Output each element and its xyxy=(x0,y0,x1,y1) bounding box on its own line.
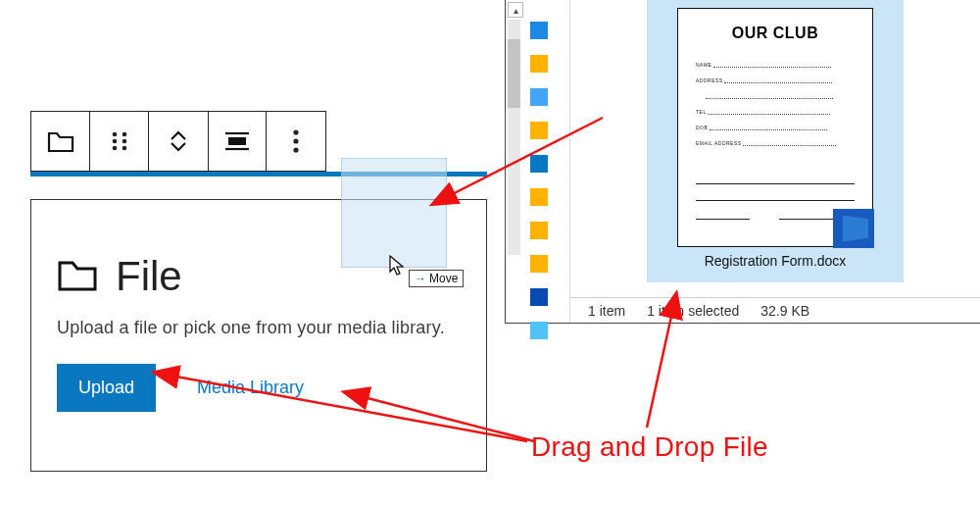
status-size: 32.9 KB xyxy=(760,303,809,319)
svg-point-11 xyxy=(293,147,298,152)
folder3-icon[interactable] xyxy=(530,122,548,139)
svg-point-1 xyxy=(122,132,126,137)
document-title: OUR CLUB xyxy=(696,25,855,42)
more-icon[interactable] xyxy=(267,112,325,171)
folder7-icon[interactable] xyxy=(530,255,548,273)
svg-point-2 xyxy=(112,139,117,144)
drag-ghost xyxy=(341,158,447,268)
file-name-label: Registration Form.docx xyxy=(705,253,847,269)
file-block-description: Upload a file or pick one from your medi… xyxy=(57,318,461,338)
svg-point-0 xyxy=(112,132,117,137)
arrow-right-icon: → xyxy=(415,272,426,285)
explorer-main[interactable]: OUR CLUB NAME ADDRESS TEL DOB EMAIL ADDR… xyxy=(570,0,980,323)
explorer-sidebar: ▴ xyxy=(506,0,570,323)
folder6-icon[interactable] xyxy=(530,222,548,239)
drag-handle-icon[interactable] xyxy=(90,112,149,171)
status-items: 1 item xyxy=(588,303,625,319)
word-app-icon xyxy=(833,209,874,248)
media-library-link[interactable]: Media Library xyxy=(197,378,304,398)
svg-point-5 xyxy=(122,146,126,151)
sidebar-icons xyxy=(530,22,569,339)
document-thumbnail: OUR CLUB NAME ADDRESS TEL DOB EMAIL ADDR… xyxy=(677,8,873,247)
onedrive-icon[interactable] xyxy=(530,288,548,306)
svg-rect-7 xyxy=(228,137,246,145)
file-block-actions: Upload Media Library xyxy=(57,364,461,412)
svg-point-9 xyxy=(293,129,298,134)
status-selected: 1 item selected xyxy=(647,303,739,319)
move-updown-icon[interactable] xyxy=(149,112,208,171)
file-icon xyxy=(57,254,98,299)
folder2-icon[interactable] xyxy=(530,88,548,106)
folder-icon[interactable] xyxy=(31,112,90,171)
thispc-icon[interactable] xyxy=(530,322,548,339)
file-block-title: File xyxy=(116,253,182,300)
file-explorer-window: ▴ OUR CLUB NAME ADDRESS TEL xyxy=(505,0,980,324)
svg-point-4 xyxy=(112,146,117,151)
document-form-preview: NAME ADDRESS TEL DOB EMAIL ADDRESS xyxy=(696,62,855,220)
block-toolbar xyxy=(30,111,326,172)
sidebar-scrollbar[interactable] xyxy=(508,20,520,255)
align-icon[interactable] xyxy=(208,112,267,171)
svg-point-10 xyxy=(293,138,298,143)
annotation-text: Drag and Drop File xyxy=(531,431,768,463)
scroll-up-icon[interactable]: ▴ xyxy=(508,2,523,18)
file-item-selected[interactable]: OUR CLUB NAME ADDRESS TEL DOB EMAIL ADDR… xyxy=(647,0,904,282)
move-tooltip: → Move xyxy=(409,270,464,287)
folder1-icon[interactable] xyxy=(530,55,548,73)
svg-point-3 xyxy=(122,139,126,144)
folder5-icon[interactable] xyxy=(530,188,548,206)
upload-button[interactable]: Upload xyxy=(57,364,156,412)
explorer-status-bar: 1 item 1 item selected 32.9 KB xyxy=(570,297,980,323)
quickaccess-icon[interactable] xyxy=(530,22,548,39)
folder4-icon[interactable] xyxy=(530,155,548,173)
move-tooltip-label: Move xyxy=(429,272,458,285)
